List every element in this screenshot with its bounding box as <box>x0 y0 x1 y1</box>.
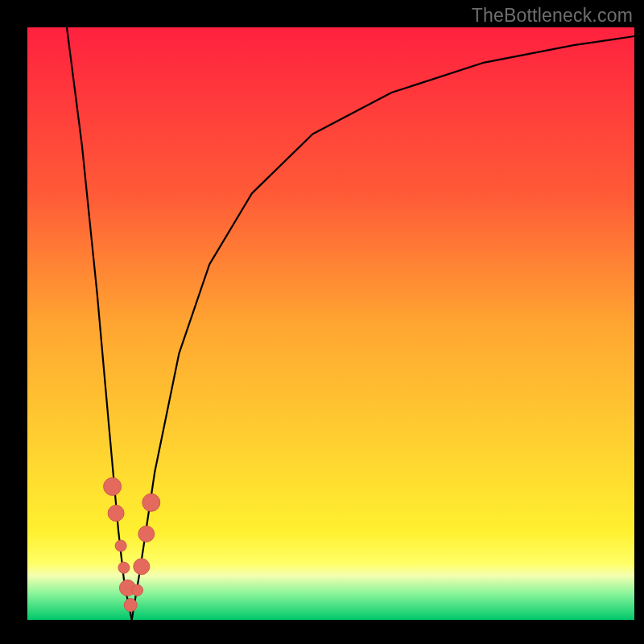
marker-point <box>115 540 126 551</box>
chart-svg <box>0 0 644 644</box>
marker-point <box>104 477 122 495</box>
watermark-label: TheBottleneck.com <box>472 5 633 27</box>
marker-point <box>124 599 137 612</box>
marker-point <box>138 526 155 542</box>
marker-point <box>134 559 150 575</box>
marker-point <box>142 493 160 511</box>
chart-frame: TheBottleneck.com <box>0 0 644 644</box>
marker-point <box>132 584 143 596</box>
marker-point <box>108 506 124 522</box>
marker-point <box>118 562 130 573</box>
